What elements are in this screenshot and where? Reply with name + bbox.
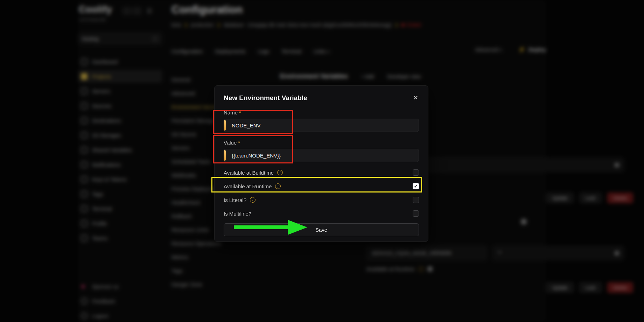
buildtime-row: Available at Buildtime i bbox=[224, 169, 419, 176]
info-icon[interactable]: i bbox=[250, 197, 255, 203]
checkmark-icon: ✓ bbox=[414, 184, 418, 189]
input-accent-bar bbox=[224, 150, 226, 161]
multiline-row: Is Multiline? bbox=[224, 210, 419, 217]
new-environment-variable-modal: New Environment Variable ✕ Name* NODE_EN… bbox=[214, 85, 428, 242]
close-icon[interactable]: ✕ bbox=[413, 94, 419, 102]
info-icon[interactable]: i bbox=[277, 170, 283, 175]
name-input[interactable]: NODE_ENV bbox=[224, 119, 419, 132]
screen: Coolify v4.0.0-beta.360 ☰ Hosting / Dash… bbox=[0, 0, 644, 322]
name-label: Name* bbox=[224, 110, 419, 115]
value-label: Value* bbox=[224, 140, 419, 146]
literal-row: Is Literal? i bbox=[224, 197, 419, 203]
input-accent-bar bbox=[224, 120, 226, 131]
multiline-checkbox[interactable] bbox=[413, 210, 419, 217]
required-asterisk: * bbox=[238, 140, 240, 146]
required-asterisk: * bbox=[239, 110, 241, 115]
runtime-row: Available at Runtime i ✓ bbox=[224, 183, 419, 189]
buildtime-checkbox[interactable] bbox=[413, 169, 419, 176]
literal-checkbox[interactable] bbox=[413, 197, 419, 203]
save-button[interactable]: Save bbox=[224, 223, 419, 236]
modal-title: New Environment Variable bbox=[224, 94, 307, 102]
runtime-checkbox[interactable]: ✓ bbox=[413, 183, 419, 189]
info-icon[interactable]: i bbox=[275, 183, 281, 189]
value-input[interactable]: {{team.NODE_ENV}} bbox=[224, 149, 419, 162]
